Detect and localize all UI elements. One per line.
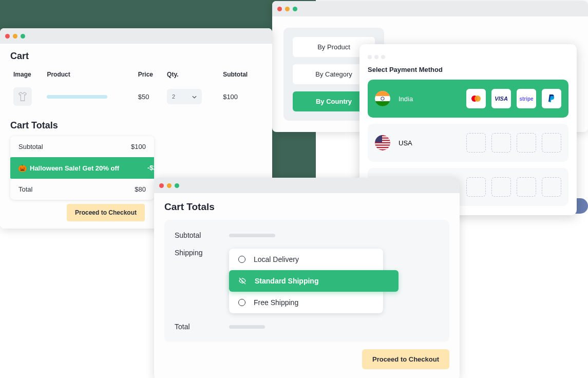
payment-slot-placeholder[interactable] bbox=[542, 133, 561, 153]
cart-totals-heading: Cart Totals bbox=[164, 201, 449, 213]
minimize-icon[interactable] bbox=[13, 34, 17, 39]
payment-slot-placeholder[interactable] bbox=[466, 133, 486, 153]
col-product: Product bbox=[44, 67, 135, 82]
subtotal-row: Subtotal bbox=[175, 231, 439, 239]
mastercard-icon[interactable] bbox=[466, 89, 486, 108]
cart-table: Image Product Price Qty. Subtotal $50 bbox=[10, 67, 262, 111]
visa-icon[interactable]: VISA bbox=[491, 89, 511, 108]
cart-totals-heading: Cart Totals bbox=[10, 120, 262, 131]
cart-totals-card: Subtotal $100 🎃Halloween Sale! Get 20% o… bbox=[10, 136, 154, 200]
country-name: India bbox=[399, 95, 413, 103]
sale-row: 🎃Halloween Sale! Get 20% off -$20 bbox=[10, 157, 154, 179]
shipping-option-label: Local Delivery bbox=[254, 255, 299, 263]
maximize-icon[interactable] bbox=[293, 7, 297, 11]
table-row: $50 2 $100 bbox=[10, 82, 262, 111]
shipping-option-label: Standard Shipping bbox=[255, 277, 318, 285]
shipping-option-free[interactable]: Free Shipping bbox=[229, 292, 383, 313]
total-row: Total $80 bbox=[10, 179, 154, 200]
flag-usa-icon bbox=[375, 135, 390, 150]
shipping-row: Shipping Local Delivery Standard Shippin… bbox=[175, 249, 439, 313]
country-name: USA bbox=[399, 139, 412, 147]
radio-icon bbox=[238, 299, 245, 306]
subtotal-placeholder bbox=[229, 234, 275, 237]
product-image-placeholder bbox=[13, 87, 32, 106]
quantity-stepper[interactable]: 2 bbox=[167, 89, 202, 104]
maximize-icon[interactable] bbox=[175, 183, 179, 188]
dot-icon bbox=[381, 55, 385, 59]
payment-provider-icons: VISA stripe bbox=[466, 89, 561, 108]
chevron-down-icon bbox=[192, 93, 197, 100]
paypal-icon[interactable] bbox=[542, 89, 561, 108]
shipping-option-label: Free Shipping bbox=[254, 298, 298, 307]
col-price: Price bbox=[135, 67, 164, 82]
svg-rect-11 bbox=[375, 148, 390, 149]
pumpkin-icon: 🎃 bbox=[18, 164, 27, 172]
svg-rect-9 bbox=[375, 143, 390, 144]
subtotal-cell: $100 bbox=[220, 82, 262, 111]
subtotal-value: $100 bbox=[131, 143, 146, 150]
total-label: Total bbox=[18, 185, 32, 193]
shipping-option-standard[interactable]: Standard Shipping bbox=[229, 270, 399, 292]
shipping-option-local[interactable]: Local Delivery bbox=[229, 249, 383, 270]
eye-off-icon bbox=[238, 277, 246, 285]
sale-label: Halloween Sale! Get 20% off bbox=[30, 164, 119, 172]
cart-heading: Cart bbox=[10, 51, 262, 62]
subtotal-label: Subtotal bbox=[18, 143, 43, 150]
proceed-checkout-button[interactable]: Proceed to Checkout bbox=[362, 349, 449, 369]
payment-title: Select Payment Method bbox=[368, 66, 568, 73]
dot-icon bbox=[368, 55, 372, 59]
product-name-placeholder bbox=[47, 95, 107, 99]
close-icon[interactable] bbox=[277, 7, 282, 11]
payment-slot-placeholder[interactable] bbox=[466, 177, 486, 197]
shipping-options: Local Delivery Standard Shipping Free Sh… bbox=[229, 249, 383, 313]
proceed-checkout-button[interactable]: Proceed to Checkout bbox=[67, 204, 145, 221]
payment-slot-placeholder[interactable] bbox=[491, 133, 511, 153]
window-controls bbox=[0, 28, 272, 44]
svg-rect-6 bbox=[375, 136, 390, 137]
col-image: Image bbox=[10, 67, 44, 82]
payment-slot-placeholder[interactable] bbox=[542, 177, 561, 197]
cart-totals-window: Cart Totals Subtotal Shipping Local Deli… bbox=[154, 178, 460, 378]
window-controls bbox=[154, 178, 460, 193]
payment-slot-placeholder[interactable] bbox=[517, 133, 536, 153]
minimize-icon[interactable] bbox=[167, 183, 172, 188]
svg-point-3 bbox=[475, 96, 481, 102]
total-placeholder bbox=[229, 325, 265, 329]
window-controls bbox=[272, 1, 588, 16]
shirt-icon bbox=[17, 91, 28, 102]
total-value: $80 bbox=[135, 185, 146, 193]
radio-icon bbox=[238, 256, 245, 263]
maximize-icon[interactable] bbox=[21, 34, 25, 39]
subtotal-label: Subtotal bbox=[175, 231, 208, 239]
close-icon[interactable] bbox=[5, 34, 10, 39]
close-icon[interactable] bbox=[159, 183, 164, 188]
payment-slot-placeholder[interactable] bbox=[491, 177, 511, 197]
minimize-icon[interactable] bbox=[285, 7, 290, 11]
payment-slot-placeholder[interactable] bbox=[517, 177, 536, 197]
totals-card: Subtotal Shipping Local Delivery Standar… bbox=[164, 220, 449, 342]
subtotal-row: Subtotal $100 bbox=[10, 136, 154, 157]
dot-icon bbox=[374, 55, 378, 59]
sale-value: -$20 bbox=[147, 164, 154, 172]
payment-row-india[interactable]: India VISA stripe bbox=[368, 80, 568, 118]
col-qty: Qty. bbox=[164, 67, 220, 82]
stripe-icon[interactable]: stripe bbox=[517, 89, 536, 108]
flag-india-icon bbox=[375, 91, 390, 106]
payment-provider-icons bbox=[466, 133, 561, 153]
payment-row-usa[interactable]: USA bbox=[368, 124, 568, 162]
col-subtotal: Subtotal bbox=[220, 67, 262, 82]
svg-rect-12 bbox=[375, 135, 382, 142]
price-cell: $50 bbox=[135, 82, 164, 111]
total-row: Total bbox=[175, 323, 439, 331]
shipping-label: Shipping bbox=[175, 249, 208, 257]
qty-value: 2 bbox=[172, 93, 175, 100]
total-label: Total bbox=[175, 323, 208, 331]
panel-drag-dots bbox=[368, 51, 568, 63]
payment-provider-icons bbox=[466, 177, 561, 197]
svg-rect-10 bbox=[375, 146, 390, 147]
